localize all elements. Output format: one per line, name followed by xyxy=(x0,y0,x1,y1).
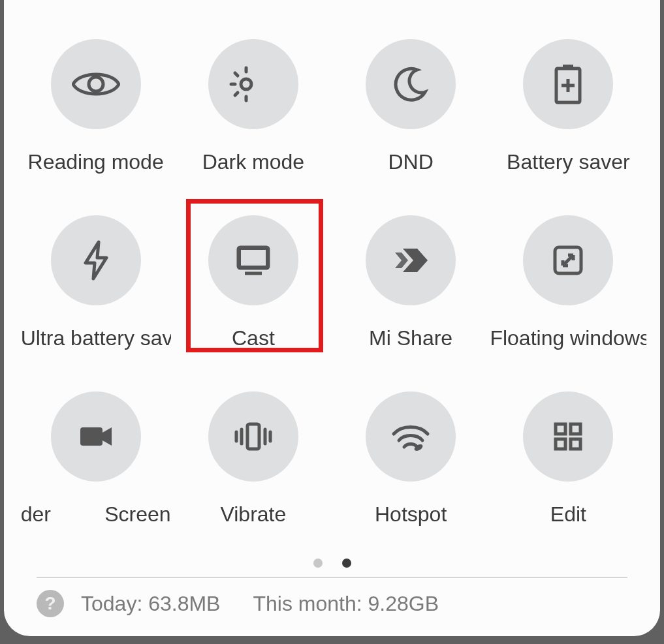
svg-rect-17 xyxy=(247,424,259,449)
svg-rect-25 xyxy=(556,439,565,449)
tile-label: Dark mode xyxy=(202,150,305,174)
svg-point-0 xyxy=(89,77,103,91)
tile-button-vibrate[interactable] xyxy=(208,391,298,482)
tile-cast[interactable]: Cast xyxy=(174,202,332,350)
svg-rect-16 xyxy=(80,427,103,446)
cast-icon xyxy=(234,243,272,277)
tile-ultra-battery-saver[interactable]: Ultra battery saver xyxy=(17,202,174,350)
tile-label: DND xyxy=(388,150,433,174)
data-usage-month: This month: 9.28GB xyxy=(253,592,439,616)
page-dot-2[interactable] xyxy=(342,559,351,568)
svg-rect-8 xyxy=(563,65,573,69)
tile-button-battery-saver[interactable] xyxy=(523,39,613,129)
bolt-icon xyxy=(80,239,112,281)
tile-label-fragment-right: Screen xyxy=(104,502,170,527)
tile-button-floating-windows[interactable] xyxy=(523,215,613,305)
video-camera-icon xyxy=(78,423,114,450)
tile-label-split: der Screen xyxy=(21,502,171,527)
sun-moon-icon xyxy=(228,64,279,104)
quick-settings-grid: Reading mode Dark mode xyxy=(17,26,647,548)
vibrate-icon xyxy=(232,420,275,453)
tile-dark-mode[interactable]: Dark mode xyxy=(174,26,332,174)
tile-button-cast[interactable] xyxy=(208,215,298,305)
tile-mi-share[interactable]: Mi Share xyxy=(332,202,490,350)
tile-vibrate[interactable]: Vibrate xyxy=(174,378,332,527)
tile-button-dark-mode[interactable] xyxy=(208,39,298,129)
tile-button-dnd[interactable] xyxy=(366,39,456,129)
quick-settings-panel: Reading mode Dark mode xyxy=(4,0,660,636)
tile-button-screen-recorder[interactable] xyxy=(51,391,141,482)
moon-icon xyxy=(392,66,429,102)
svg-rect-24 xyxy=(571,424,580,434)
tile-label: Hotspot xyxy=(375,502,447,527)
tile-label: Battery saver xyxy=(507,150,630,174)
data-usage-today: Today: 63.8MB xyxy=(81,592,220,616)
eye-icon xyxy=(72,69,120,99)
grid-edit-icon xyxy=(552,420,584,453)
svg-line-5 xyxy=(235,73,238,76)
floating-window-icon xyxy=(551,243,585,277)
page-indicator xyxy=(17,559,647,568)
tile-button-edit[interactable] xyxy=(523,391,613,482)
help-icon[interactable]: ? xyxy=(37,590,64,617)
tile-button-mi-share[interactable] xyxy=(366,215,456,305)
tile-button-reading-mode[interactable] xyxy=(51,39,141,129)
tile-edit[interactable]: Edit xyxy=(490,378,647,527)
tile-label: Vibrate xyxy=(220,502,286,527)
battery-plus-icon xyxy=(554,63,582,105)
tile-button-ultra-battery-saver[interactable] xyxy=(51,215,141,305)
hotspot-icon xyxy=(390,420,432,453)
tile-label: Ultra battery saver xyxy=(21,326,171,350)
data-usage-text: Today: 63.8MB This month: 9.28GB xyxy=(81,592,439,616)
svg-point-1 xyxy=(241,79,251,89)
tile-label: Cast xyxy=(232,326,275,350)
tile-dnd[interactable]: DND xyxy=(332,26,490,174)
svg-rect-12 xyxy=(241,250,266,266)
mi-share-icon xyxy=(391,243,430,277)
tile-hotspot[interactable]: Hotspot xyxy=(332,378,490,527)
tile-button-hotspot[interactable] xyxy=(366,391,456,482)
svg-rect-23 xyxy=(556,424,565,434)
svg-line-6 xyxy=(235,93,238,95)
page-dot-1[interactable] xyxy=(313,559,323,568)
data-usage-footer[interactable]: ? Today: 63.8MB This month: 9.28GB xyxy=(17,578,647,617)
tile-battery-saver[interactable]: Battery saver xyxy=(490,26,647,174)
svg-rect-26 xyxy=(571,439,580,449)
tile-label-fragment-left: der xyxy=(21,502,51,527)
tile-reading-mode[interactable]: Reading mode xyxy=(17,26,174,174)
tile-screen-recorder[interactable]: der Screen xyxy=(17,378,174,527)
tile-label: Reading mode xyxy=(28,150,164,174)
tile-label: Edit xyxy=(550,502,586,527)
tile-label: Mi Share xyxy=(369,326,452,350)
tile-label: Floating windows xyxy=(490,326,646,350)
tile-floating-windows[interactable]: Floating windows xyxy=(490,202,647,350)
